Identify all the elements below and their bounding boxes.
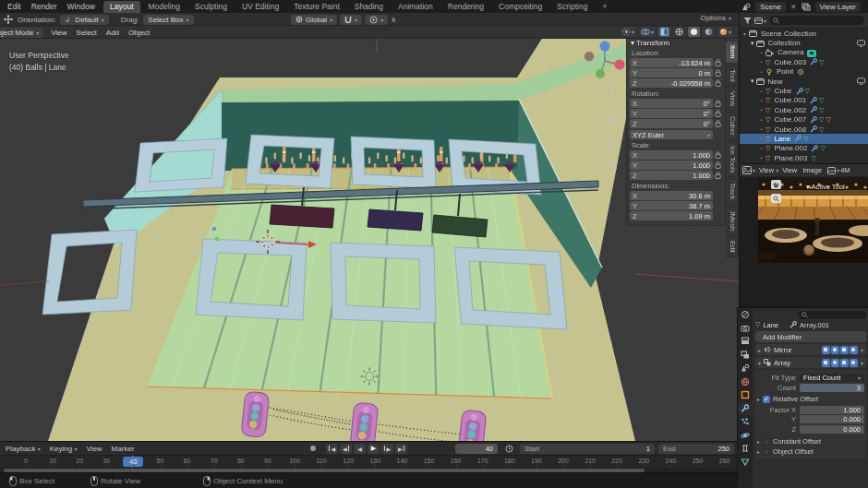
- play-button[interactable]: ▶: [368, 444, 380, 454]
- camera-data-icon[interactable]: [807, 48, 816, 57]
- current-frame-field[interactable]: 40: [455, 444, 498, 454]
- workspace-tab-texture-paint[interactable]: Texture Paint: [287, 1, 346, 13]
- disclosure-icon[interactable]: •: [759, 146, 764, 151]
- array-toggle-cage[interactable]: [850, 359, 858, 367]
- jump-end-button[interactable]: ▶: [395, 444, 407, 454]
- options-dropdown[interactable]: Options▾: [700, 14, 731, 22]
- outliner-row-point[interactable]: •Point: [740, 67, 868, 77]
- disclosure-icon[interactable]: ▾: [751, 40, 754, 47]
- lock-icon[interactable]: [713, 172, 722, 179]
- wrench-icon[interactable]: [810, 58, 817, 65]
- outliner-row-new[interactable]: ▾New: [740, 77, 868, 86]
- falloff-curve-icon[interactable]: ∧: [391, 16, 396, 24]
- disclosure-icon[interactable]: •: [759, 126, 764, 132]
- mesh-data-icon[interactable]: ▽: [819, 106, 824, 114]
- lock-icon[interactable]: [713, 161, 722, 169]
- snap-magnet-icon[interactable]: ▾: [340, 15, 362, 25]
- lock-icon[interactable]: [713, 79, 722, 87]
- wrench-icon[interactable]: [810, 106, 817, 113]
- field-y[interactable]: Y0°: [630, 109, 722, 118]
- menu-render[interactable]: Render: [31, 2, 57, 11]
- field-x[interactable]: X-13.624 m: [630, 58, 722, 67]
- mesh-data-icon[interactable]: ▽: [811, 154, 815, 162]
- sidebar-tab-cuber[interactable]: Cuber: [726, 112, 739, 139]
- factor-row-factor-x[interactable]: Factor X1.000: [757, 405, 864, 414]
- wrench-icon[interactable]: [810, 97, 817, 104]
- transform-panel-header[interactable]: ▾ Transform: [631, 39, 722, 47]
- timeline-menu-view[interactable]: View: [86, 445, 102, 453]
- workspace-tab-rendering[interactable]: Rendering: [441, 1, 490, 13]
- workspace-tab-sculpting[interactable]: Sculpting: [188, 1, 234, 13]
- lock-icon[interactable]: [713, 151, 722, 159]
- properties-tab-scene[interactable]: [738, 362, 753, 375]
- properties-tab-constraint[interactable]: [738, 442, 753, 456]
- fit-type-dropdown[interactable]: Fixed Count▾: [800, 374, 864, 382]
- menu-edit[interactable]: Edit: [7, 2, 21, 11]
- workspace-tab-scripting[interactable]: Scripting: [550, 1, 594, 13]
- properties-tab-view-layer[interactable]: [738, 349, 753, 363]
- scene-selector[interactable]: Scene: [755, 2, 786, 12]
- workspace-tab-uv-editing[interactable]: UV Editing: [235, 1, 285, 13]
- play-reverse-button[interactable]: ◀: [354, 444, 366, 454]
- wrench-icon[interactable]: [810, 116, 817, 124]
- properties-tab-output[interactable]: [738, 335, 753, 349]
- view-layer-selector[interactable]: View Layer: [815, 2, 861, 12]
- image-menu-image[interactable]: Image: [802, 166, 822, 174]
- outliner-row-cube-002[interactable]: •▽Cube.002▽: [740, 105, 868, 114]
- sidebar-tab-ice-tools[interactable]: Ice Tools: [726, 141, 739, 177]
- field-z[interactable]: Z1.000: [630, 171, 722, 180]
- disclosure-icon[interactable]: •: [759, 69, 764, 75]
- sidebar-tab-track[interactable]: Track: [726, 178, 739, 204]
- image-menu-view[interactable]: View: [782, 166, 797, 174]
- properties-tab-tool[interactable]: [738, 308, 753, 322]
- mesh-data-blue-icon[interactable]: ▽: [803, 135, 808, 143]
- filter-icon[interactable]: [743, 17, 752, 25]
- outliner-row-cube-008[interactable]: •▽Cube.008▽: [740, 125, 868, 134]
- disclosure-icon[interactable]: ▾: [742, 30, 747, 37]
- breadcrumb-object[interactable]: Lane: [763, 321, 778, 329]
- outliner-row-camera[interactable]: •Camera: [740, 48, 868, 57]
- next-keyframe-button[interactable]: ▶: [381, 444, 393, 454]
- mesh-data-icon[interactable]: ▽: [819, 115, 824, 124]
- sidebar-tab-jmesh[interactable]: JMesh: [726, 206, 739, 235]
- jump-start-button[interactable]: ◀: [326, 444, 338, 454]
- properties-tab-world[interactable]: [738, 375, 753, 389]
- overlays-dropdown[interactable]: ▾: [639, 27, 656, 37]
- camera-view-icon[interactable]: [602, 134, 619, 150]
- modifier-array-header[interactable]: ▾ Array ▾: [755, 357, 866, 368]
- workspace-tab-animation[interactable]: Animation: [392, 1, 440, 13]
- gizmo-dropdown[interactable]: ▾: [621, 27, 636, 37]
- properties-tab-object[interactable]: [738, 388, 753, 402]
- mesh-extra-icon[interactable]: ▽: [826, 115, 830, 124]
- viewport-menu-object[interactable]: Object: [128, 29, 150, 37]
- mesh-data-icon[interactable]: ▽: [805, 87, 810, 95]
- disclosure-icon[interactable]: •: [759, 136, 764, 141]
- lock-icon[interactable]: [713, 100, 722, 107]
- sidebar-tab-item[interactable]: Item: [726, 41, 739, 64]
- properties-tab-physics[interactable]: [738, 429, 753, 443]
- unlink-icon[interactable]: ✕: [790, 3, 797, 11]
- mode-dropdown[interactable]: Object Mode▾: [0, 28, 43, 38]
- photo-tool-button-2[interactable]: [771, 194, 781, 203]
- autokey-icon[interactable]: [505, 445, 513, 453]
- properties-tab-modifier[interactable]: [738, 402, 753, 416]
- pan-hand-icon[interactable]: [602, 110, 619, 126]
- outliner-row-plane-002[interactable]: •▽Plane.002▽: [740, 144, 868, 153]
- timeline-ruler[interactable]: 40 0102030405060708090100110120130140150…: [0, 455, 737, 468]
- 3d-viewport[interactable]: User Perspective (40) Balls | Lane ▾ Tra…: [0, 39, 739, 441]
- start-frame-field[interactable]: Start1: [520, 444, 655, 454]
- disclosure-icon[interactable]: •: [759, 50, 764, 55]
- shading-rendered-icon[interactable]: ▾: [717, 27, 733, 37]
- workspace-tab-layout[interactable]: Layout: [103, 1, 140, 13]
- photo-tool-button-1[interactable]: [771, 180, 781, 189]
- image-mode-dropdown[interactable]: View▾: [759, 166, 778, 174]
- drag-dropdown[interactable]: Select Box▾: [143, 15, 193, 25]
- outliner-row-collection[interactable]: ▾Collection: [740, 38, 868, 47]
- outliner-row-cube-001[interactable]: •▽Cube.001▽: [740, 96, 868, 105]
- outliner-row-scene-collection[interactable]: ▾Scene Collection: [740, 29, 868, 38]
- field-z[interactable]: Z1.09 m: [630, 211, 722, 220]
- disclosure-icon[interactable]: •: [759, 107, 764, 113]
- add-workspace-button[interactable]: +: [596, 1, 613, 13]
- count-field[interactable]: 3: [800, 384, 864, 392]
- shading-material-icon[interactable]: [703, 27, 715, 37]
